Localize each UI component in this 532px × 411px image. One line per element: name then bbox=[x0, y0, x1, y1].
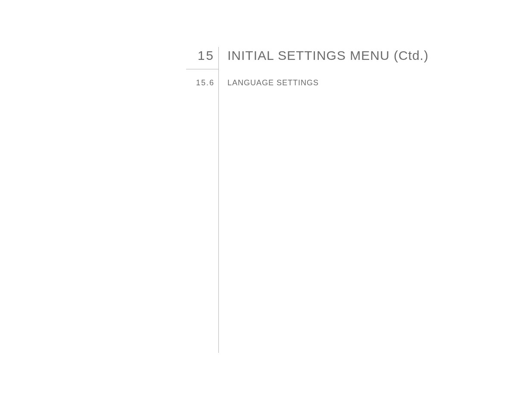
horizontal-divider bbox=[186, 69, 218, 69]
chapter-number: 15 bbox=[186, 48, 215, 63]
chapter-title: INITIAL SETTINGS MENU (Ctd.) bbox=[227, 48, 429, 63]
vertical-divider bbox=[218, 47, 219, 353]
section-title: LANGUAGE SETTINGS bbox=[227, 78, 319, 87]
document-page: 15 INITIAL SETTINGS MENU (Ctd.) 15.6 LAN… bbox=[0, 0, 532, 411]
section-number: 15.6 bbox=[186, 78, 215, 87]
